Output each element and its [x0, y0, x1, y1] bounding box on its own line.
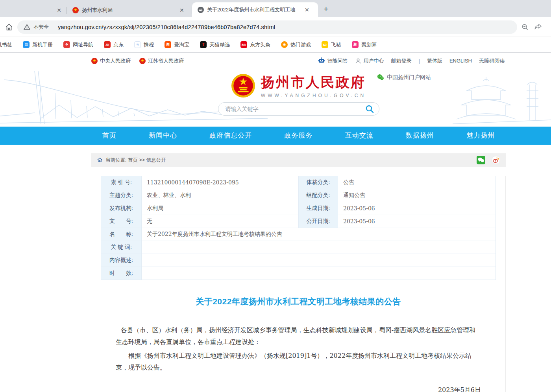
table-row: 文 号: 无 公开日期: 2023-05-06 [101, 215, 496, 228]
gov-top-bar: 中央人民政府 江苏省人民政府 智能问答 用户中心 邮箱登录 | 繁体版 ENGL… [0, 53, 551, 69]
tmall-icon: T [200, 41, 207, 48]
bookmark-label: 天猫精选 [209, 41, 230, 48]
meta-value [142, 267, 496, 280]
table-row: 名 称: 关于2022年度扬州市水利工程文明工地考核结果的公告 [101, 228, 496, 241]
bookmark-label: 机书签 [0, 41, 12, 48]
article-paragraph: 各县（市、区）水利（务）局，扬州经济开发区城乡事务管理局，生态科技新城规划建设局… [116, 324, 481, 348]
bookmark-site-nav[interactable]: ❖ 网址导航 [63, 41, 93, 48]
gov-emblem-icon [91, 58, 98, 64]
meta-value: 通知公告 [338, 189, 496, 202]
weibo-share-icon[interactable] [492, 156, 500, 164]
link-smart-qa[interactable]: 智能问答 [318, 57, 348, 64]
bookmark-label: 京东 [113, 41, 124, 48]
link-accessibility[interactable]: 无障碍阅读 [479, 57, 505, 64]
bookmark-label: 飞猪 [331, 41, 341, 48]
warning-triangle-icon [24, 24, 30, 30]
bookmark-taobao[interactable]: 淘 爱淘宝 [165, 41, 189, 48]
nav-news[interactable]: 新闻中心 [149, 127, 177, 145]
browser-toolbar: 不安全 yangzhou.gov.cn/yzszxxgk/slj/202305/… [0, 17, 551, 37]
nav-interaction[interactable]: 互动交流 [345, 127, 373, 145]
games-icon: ◉ [281, 41, 288, 48]
link-user-center[interactable]: 用户中心 [355, 57, 384, 64]
bookmark-juhuasuan[interactable]: 聚 聚划算 [352, 41, 377, 48]
new-tab-button[interactable]: + [324, 4, 329, 14]
meta-value: 公告 [338, 176, 496, 189]
meta-value [142, 254, 496, 267]
link-mail-login[interactable]: 邮箱登录 [391, 57, 412, 64]
security-label[interactable]: 不安全 [33, 24, 49, 31]
bookmark-label: 爱淘宝 [174, 41, 189, 48]
bookmark-jd[interactable]: JD 京东 [104, 41, 124, 48]
browser-tab-strip: ✕ 扬州市水利局 ✕ 关于2022年度扬州市水利工程文明工地 ✕ + [0, 0, 551, 17]
bookmark-label: 热门游戏 [290, 41, 311, 48]
link-traditional[interactable]: 繁体版 [427, 57, 442, 64]
close-icon[interactable]: ✕ [55, 7, 63, 13]
nav-charm[interactable]: 魅力扬州 [466, 127, 495, 145]
article-paragraph: 根据《扬州市水利工程文明工地建设管理办法》（扬水规[2019]1号），2022年… [116, 350, 481, 373]
site-logo[interactable]: 扬州市人民政府 WWW.YANGZHOU.GOV.CN [91, 69, 506, 98]
bookmark-dongfang[interactable]: 东方 东方头条 [240, 41, 270, 48]
gov-emblem-icon [139, 58, 146, 64]
search-icon[interactable] [365, 104, 374, 114]
meta-label: 名 称: [101, 228, 142, 241]
search-input[interactable] [226, 106, 365, 112]
bookmark-ctrip[interactable]: ≈ 携程 [134, 41, 154, 48]
link-central-gov[interactable]: 中央人民政府 [91, 57, 131, 64]
wechat-share-icon[interactable] [477, 156, 485, 164]
tab-1[interactable]: ✕ [0, 3, 67, 17]
nav-home[interactable]: 首页 [102, 127, 116, 145]
share-icon[interactable] [534, 23, 542, 30]
tab-3-active[interactable]: 关于2022年度扬州市水利工程文明工地 ✕ [192, 2, 318, 17]
meta-value [142, 241, 496, 254]
site-banner: 扬州市人民政府 WWW.YANGZHOU.GOV.CN 中国扬州门户网站 [0, 69, 551, 127]
breadcrumb-home-link[interactable]: 首页 [128, 157, 138, 164]
meta-label: 关 键 词: [101, 241, 142, 254]
tab-2[interactable]: 扬州市水利局 ✕ [67, 3, 192, 17]
close-icon[interactable]: ✕ [178, 7, 186, 13]
table-row: 主题分类: 农业、林业、水利 组配分类: 通知公告 [101, 189, 496, 202]
bookmark-label: 聚划算 [361, 41, 377, 48]
breadcrumb-separator: >> [138, 157, 146, 163]
nav-info-disclosure[interactable]: 政府信息公开 [209, 127, 252, 145]
meta-value: 水利局 [142, 202, 299, 215]
table-row: 索 引 号: 11321000014407098E-2023-095 体裁分类:… [101, 176, 496, 189]
meta-value: 11321000014407098E-2023-095 [142, 176, 299, 189]
site-search [218, 102, 379, 116]
bookmark-label: 携程 [144, 41, 154, 48]
meta-value: 农业、林业、水利 [142, 189, 299, 202]
url-text[interactable]: yangzhou.gov.cn/yzszxxgk/slj/202305/210c… [58, 24, 275, 30]
national-emblem-icon [231, 74, 255, 98]
breadcrumb-section-link[interactable]: 信息公开 [146, 157, 166, 164]
site-url: WWW.YANGZHOU.GOV.CN [261, 93, 366, 98]
close-icon[interactable]: ✕ [303, 7, 311, 13]
meta-label: 时 效: [101, 267, 142, 280]
url-bar[interactable]: 不安全 yangzhou.gov.cn/yzszxxgk/slj/202305/… [17, 20, 517, 34]
home-icon[interactable] [5, 23, 13, 31]
breadcrumb-home-icon [97, 157, 103, 162]
fliggy-icon: ω [322, 41, 328, 48]
bookmark-phone-bookmarks[interactable]: 机书签 [0, 41, 12, 48]
bookmark-tmall[interactable]: T 天猫精选 [200, 41, 230, 48]
meta-value: 2023-05-06 [338, 202, 496, 215]
link-jiangsu-gov[interactable]: 江苏省人民政府 [139, 57, 184, 64]
zoom-out-icon[interactable] [521, 23, 529, 31]
gov-emblem-icon [72, 7, 79, 13]
meta-label: 内容概述: [101, 254, 142, 267]
table-row: 关 键 词: [101, 241, 496, 254]
bookmark-label: 东方头条 [250, 41, 270, 48]
meta-label: 文 号: [101, 215, 142, 228]
wechat-icon [377, 74, 384, 81]
portal-wechat-link[interactable]: 中国扬州门户网站 [377, 74, 431, 81]
nav-services[interactable]: 政务服务 [284, 127, 312, 145]
meta-value: 2023-05-06 [338, 215, 496, 228]
robot-icon [318, 57, 325, 64]
bookmark-fliggy[interactable]: ω 飞猪 [322, 41, 341, 48]
tab-title: 关于2022年度扬州市水利工程文明工地 [207, 6, 298, 13]
bookmark-games[interactable]: ◉ 热门游戏 [281, 41, 311, 48]
link-english[interactable]: ENGLISH [449, 58, 472, 64]
site-nav-icon: ❖ [63, 41, 70, 48]
breadcrumb-prefix: 当前位置: [105, 157, 128, 164]
bookmark-manual[interactable]: ▤ 新机手册 [23, 41, 53, 48]
dongfang-icon: 东方 [240, 41, 247, 48]
nav-data[interactable]: 数据扬州 [406, 127, 434, 145]
